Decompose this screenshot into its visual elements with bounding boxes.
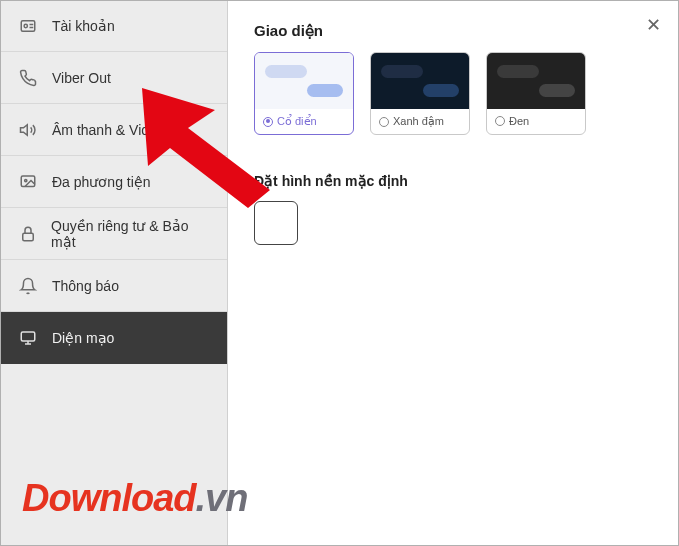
bell-icon xyxy=(18,276,38,296)
sidebar-item-appearance[interactable]: Diện mạo xyxy=(0,312,227,364)
radio-selected-icon xyxy=(263,117,273,127)
phone-icon xyxy=(18,68,38,88)
svg-point-4 xyxy=(25,179,27,181)
background-swatch-white[interactable] xyxy=(254,201,298,245)
main-panel: ✕ Giao diện Cổ điển Xanh đậm xyxy=(228,0,679,546)
account-icon xyxy=(18,16,38,36)
theme-card-black[interactable]: Đen xyxy=(486,52,586,135)
radio-icon xyxy=(495,116,505,126)
image-icon xyxy=(18,172,38,192)
sidebar-item-notifications[interactable]: Thông báo xyxy=(0,260,227,312)
sidebar-item-label: Đa phương tiện xyxy=(52,174,151,190)
theme-label: Đen xyxy=(509,115,529,127)
sidebar-item-label: Tài khoản xyxy=(52,18,115,34)
background-section-title: Đặt hình nền mặc định xyxy=(254,173,440,189)
theme-label: Xanh đậm xyxy=(393,115,444,128)
sidebar-item-multimedia[interactable]: Đa phương tiện xyxy=(0,156,227,208)
theme-label: Cổ điển xyxy=(277,115,317,128)
sidebar-item-account[interactable]: Tài khoản xyxy=(0,0,227,52)
theme-preview-classic xyxy=(255,53,353,109)
lock-icon xyxy=(18,224,37,244)
radio-icon xyxy=(379,117,389,127)
sidebar-item-viber-out[interactable]: Viber Out xyxy=(0,52,227,104)
theme-section-title: Giao diện xyxy=(228,0,679,52)
default-background-section: Đặt hình nền mặc định xyxy=(242,161,452,265)
speaker-icon xyxy=(18,120,38,140)
appearance-icon xyxy=(18,328,38,348)
svg-rect-5 xyxy=(22,233,33,241)
theme-card-dark-blue[interactable]: Xanh đậm xyxy=(370,52,470,135)
close-button[interactable]: ✕ xyxy=(642,10,665,40)
sidebar-item-label: Viber Out xyxy=(52,70,111,86)
sidebar: Tài khoản Viber Out Âm thanh & Video Đa … xyxy=(0,0,228,546)
sidebar-item-audio-video[interactable]: Âm thanh & Video xyxy=(0,104,227,156)
sidebar-item-label: Thông báo xyxy=(52,278,119,294)
close-icon: ✕ xyxy=(646,15,661,35)
sidebar-item-label: Quyền riêng tư & Bảo mật xyxy=(51,218,209,250)
theme-options: Cổ điển Xanh đậm Đen xyxy=(228,52,679,135)
sidebar-item-privacy[interactable]: Quyền riêng tư & Bảo mật xyxy=(0,208,227,260)
theme-card-classic[interactable]: Cổ điển xyxy=(254,52,354,135)
svg-point-1 xyxy=(24,24,27,27)
svg-rect-6 xyxy=(21,332,35,341)
theme-preview-black xyxy=(487,53,585,109)
sidebar-item-label: Âm thanh & Video xyxy=(52,122,165,138)
sidebar-item-label: Diện mạo xyxy=(52,330,114,346)
theme-preview-dark-blue xyxy=(371,53,469,109)
svg-marker-2 xyxy=(21,124,28,135)
